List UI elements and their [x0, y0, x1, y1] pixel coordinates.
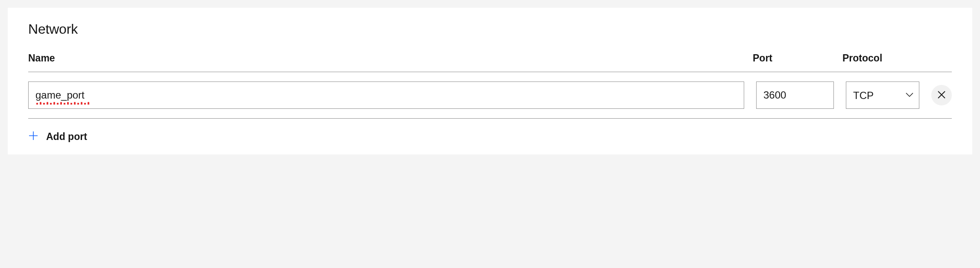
name-input[interactable]: [28, 82, 744, 109]
name-cell: [28, 82, 744, 109]
add-port-label: Add port: [46, 131, 87, 143]
port-cell: [756, 82, 834, 109]
close-icon: [937, 90, 946, 100]
table-header: Name Port Protocol: [28, 52, 952, 72]
port-row: TCP: [28, 72, 952, 119]
column-header-name: Name: [28, 52, 749, 64]
column-header-protocol: Protocol: [839, 52, 924, 64]
protocol-select[interactable]: TCP: [846, 82, 919, 109]
section-title: Network: [28, 21, 952, 37]
plus-icon: [28, 131, 38, 143]
column-header-port: Port: [749, 52, 839, 64]
action-cell: [931, 85, 952, 105]
remove-row-button[interactable]: [931, 85, 952, 105]
network-panel: Network Name Port Protocol TCP: [8, 8, 972, 154]
add-port-button[interactable]: Add port: [28, 119, 952, 143]
port-input[interactable]: [756, 82, 834, 109]
protocol-cell: TCP: [846, 82, 919, 109]
